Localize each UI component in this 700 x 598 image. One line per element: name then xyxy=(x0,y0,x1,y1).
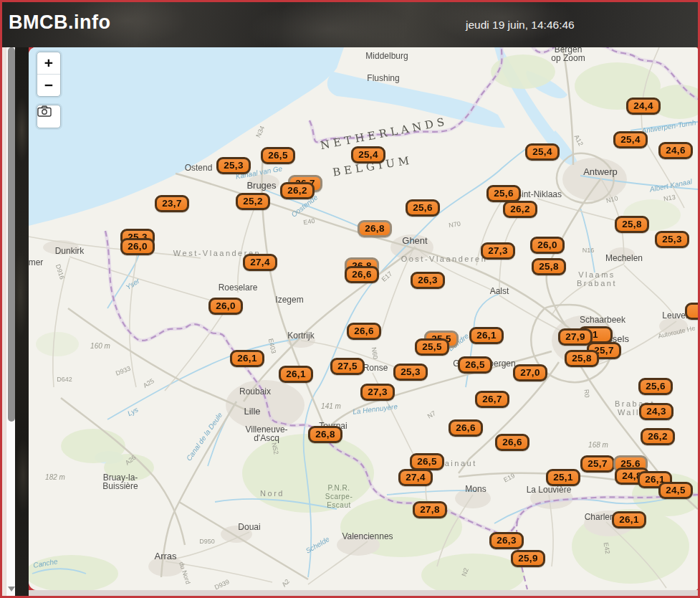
temp-badge[interactable]: 25,1 xyxy=(546,469,580,486)
temp-badge[interactable]: 26,8 xyxy=(358,220,392,237)
temp-badge[interactable]: 26,6 xyxy=(345,266,379,283)
temp-badge[interactable]: 26,3 xyxy=(489,532,524,549)
temp-badge[interactable]: 25,3 xyxy=(655,231,689,248)
temp-badge[interactable]: 27,3 xyxy=(360,384,395,401)
temp-badge[interactable]: 23,7 xyxy=(155,195,189,212)
bottom-strip xyxy=(29,590,698,596)
temp-badge[interactable]: 26,2 xyxy=(641,428,675,445)
temp-badge[interactable]: 27,5 xyxy=(330,358,365,375)
temp-badge[interactable]: 27,3 xyxy=(481,242,515,260)
temp-badge[interactable]: 27,4 xyxy=(243,254,277,271)
temp-badge[interactable]: 26,5 xyxy=(261,147,295,164)
temp-badge[interactable]: 25,8 xyxy=(565,350,599,367)
temp-badge[interactable]: 24,3 xyxy=(639,403,673,420)
page-scrollbar[interactable] xyxy=(6,47,15,596)
temp-badge[interactable]: 27,4 xyxy=(398,469,433,486)
temp-badge[interactable]: 26,3 xyxy=(411,272,445,289)
temp-badge[interactable]: 25,3 xyxy=(216,157,251,174)
screenshot-button[interactable] xyxy=(37,105,61,128)
temp-badge[interactable]: 25,3 xyxy=(393,364,428,381)
header-datetime: jeudi 19 juin, 14:46:46 xyxy=(466,19,575,32)
temp-badge[interactable]: 24,5 xyxy=(658,482,693,499)
temp-badge[interactable]: 25,2 xyxy=(236,193,270,210)
temp-badge[interactable]: 24,4 xyxy=(626,98,661,115)
temp-badge[interactable]: 26,0 xyxy=(120,238,155,255)
temp-badge[interactable]: 25,6 xyxy=(406,199,440,217)
temp-badge[interactable]: 25,4 xyxy=(351,146,385,163)
temp-badge[interactable]: 26,1 xyxy=(279,366,313,383)
temp-badge[interactable]: 26,5 xyxy=(458,356,492,374)
temperature-badge-layer: 25,326,525,423,726,726,225,225,626,825,4… xyxy=(29,47,698,590)
temp-badge[interactable]: 27,8 xyxy=(413,501,447,518)
temp-badge[interactable]: 26,5 xyxy=(410,453,444,470)
zoom-out-button[interactable]: − xyxy=(37,75,60,96)
scrollbar-down-arrow-icon[interactable] xyxy=(8,587,15,592)
temp-badge[interactable]: 26,0 xyxy=(208,298,243,315)
temp-badge[interactable]: 25,6 xyxy=(638,378,673,395)
temp-badge[interactable]: 26,2 xyxy=(280,182,315,199)
temp-badge[interactable]: 26,1 xyxy=(612,511,646,528)
zoom-control: + − xyxy=(37,52,61,97)
temp-badge[interactable]: 25,5 xyxy=(415,338,449,356)
scrollbar-thumb[interactable] xyxy=(8,47,15,422)
temp-badge[interactable]: 2 xyxy=(685,303,698,320)
temp-badge[interactable]: 25,4 xyxy=(613,131,648,148)
background-strip xyxy=(15,47,29,596)
temp-badge[interactable]: 25,6 xyxy=(486,185,521,202)
temp-badge[interactable]: 26,6 xyxy=(495,434,529,451)
temp-badge[interactable]: 25,8 xyxy=(615,216,649,233)
header-bar: BMCB.info jeudi 19 juin, 14:46:46 xyxy=(2,2,698,47)
map-panel[interactable]: NETHERLANDSBELGIUMWest-VlaanderenOost-Vl… xyxy=(29,47,698,590)
temp-badge[interactable]: 26,1 xyxy=(230,350,264,367)
temp-badge[interactable]: 25,7 xyxy=(580,455,615,473)
app-window: BMCB.info jeudi 19 juin, 14:46:46 xyxy=(0,0,700,598)
temp-badge[interactable]: 26,8 xyxy=(308,426,342,443)
temp-badge[interactable]: 26,7 xyxy=(475,391,509,408)
temp-badge[interactable]: 26,6 xyxy=(347,323,381,340)
temp-badge[interactable]: 25,9 xyxy=(511,550,545,567)
temp-badge[interactable]: 25,4 xyxy=(525,143,560,161)
temp-badge[interactable]: 27,0 xyxy=(513,364,547,381)
temp-badge[interactable]: 26,2 xyxy=(503,201,537,218)
temp-badge[interactable]: 25,8 xyxy=(532,258,566,275)
temp-badge[interactable]: 26,6 xyxy=(449,419,483,437)
app-title: BMCB.info xyxy=(9,11,110,34)
temp-badge[interactable]: 27,9 xyxy=(558,328,593,346)
zoom-in-button[interactable]: + xyxy=(37,52,60,74)
temp-badge[interactable]: 26,0 xyxy=(530,237,565,254)
temp-badge[interactable]: 24,6 xyxy=(658,142,693,159)
temp-badge[interactable]: 26,1 xyxy=(469,327,504,344)
